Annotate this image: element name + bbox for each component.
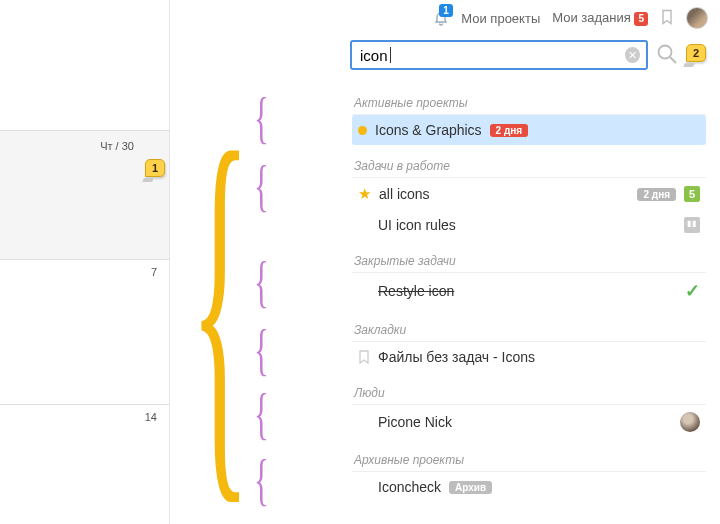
close-icon: ✕ <box>628 49 637 61</box>
section-people: Люди <box>352 382 706 405</box>
brace-main-icon: { <box>190 90 250 524</box>
calendar-cell-7[interactable]: 7 <box>0 260 169 405</box>
brace-small-icon: { <box>254 448 269 512</box>
person-name: Picone Nick <box>378 414 452 430</box>
top-toolbar: 1 Мои проекты Мои задания 5 <box>433 0 720 32</box>
task-due-badge: 2 дня <box>637 188 676 201</box>
section-tasks-in-work: Задачи в работе <box>352 155 706 178</box>
calendar-date-label: Чт / 30 <box>100 140 134 152</box>
svg-line-1 <box>670 57 676 63</box>
brace-small-icon: { <box>254 86 269 150</box>
person-row[interactable]: Picone Nick <box>352 405 706 439</box>
bookmark-icon <box>660 9 674 25</box>
task-row-closed[interactable]: Restyle icon ✓ <box>352 273 706 309</box>
text-caret <box>390 47 391 63</box>
task-count-badge: 5 <box>684 186 700 202</box>
project-due-badge: 2 дня <box>490 124 529 137</box>
task-name: Restyle icon <box>378 283 454 299</box>
project-name: Iconcheck <box>378 479 441 495</box>
task-row[interactable]: ★ all icons 2 дня 5 <box>352 178 706 210</box>
project-name: Icons & Graphics <box>375 122 482 138</box>
bookmark-row[interactable]: Файлы без задач - Icons <box>352 342 706 372</box>
search-submit-button[interactable] <box>656 43 678 68</box>
calendar-cell-30[interactable]: Чт / 30 1 <box>0 130 169 260</box>
calendar-date-label: 14 <box>145 411 157 423</box>
annotation-braces: { { { { { { { <box>170 90 320 524</box>
svg-point-0 <box>659 45 672 58</box>
nav-my-projects[interactable]: Мои проекты <box>461 11 540 26</box>
search-icon <box>656 43 678 65</box>
star-icon: ★ <box>358 185 371 203</box>
notifications-button[interactable]: 1 <box>433 10 449 26</box>
project-row-archived[interactable]: Iconcheck Архив <box>352 472 706 502</box>
bookmark-name: Файлы без задач - Icons <box>378 349 535 365</box>
archive-badge: Архив <box>449 481 492 494</box>
calendar-column: Чт / 30 1 7 14 <box>0 0 170 524</box>
nav-my-tasks-label: Мои задания <box>552 10 631 25</box>
brace-small-icon: { <box>254 250 269 314</box>
annotation-bubble-2: 2 <box>686 44 706 62</box>
pause-icon: ▮▮ <box>684 217 700 233</box>
tasks-count-badge: 5 <box>634 12 648 26</box>
task-name: UI icon rules <box>378 217 456 233</box>
notification-count-badge: 1 <box>439 4 453 17</box>
bookmarks-button[interactable] <box>660 9 674 28</box>
calendar-cell-14[interactable]: 14 <box>0 405 169 524</box>
person-avatar <box>680 412 700 432</box>
search-box: ✕ <box>350 40 648 70</box>
brace-small-icon: { <box>254 318 269 382</box>
task-name: all icons <box>379 186 430 202</box>
brace-small-icon: { <box>254 382 269 446</box>
check-icon: ✓ <box>685 280 700 302</box>
search-results-panel: Активные проекты Icons & Graphics 2 дня … <box>338 86 720 524</box>
section-active-projects: Активные проекты <box>352 92 706 115</box>
annotation-bubble-1: 1 <box>145 159 165 177</box>
project-row[interactable]: Icons & Graphics 2 дня <box>352 115 706 145</box>
nav-my-tasks[interactable]: Мои задания 5 <box>552 10 648 26</box>
brace-small-icon: { <box>254 154 269 218</box>
bookmark-icon <box>358 350 370 364</box>
section-archived-projects: Архивные проекты <box>352 449 706 472</box>
search-input[interactable] <box>360 47 625 64</box>
section-closed-tasks: Закрытые задачи <box>352 250 706 273</box>
search-row: ✕ 2 <box>350 40 706 70</box>
calendar-date-label: 7 <box>151 266 157 278</box>
project-color-dot-icon <box>358 126 367 135</box>
section-bookmarks: Закладки <box>352 319 706 342</box>
user-avatar[interactable] <box>686 7 708 29</box>
clear-search-button[interactable]: ✕ <box>625 47 640 63</box>
task-row[interactable]: UI icon rules ▮▮ <box>352 210 706 240</box>
